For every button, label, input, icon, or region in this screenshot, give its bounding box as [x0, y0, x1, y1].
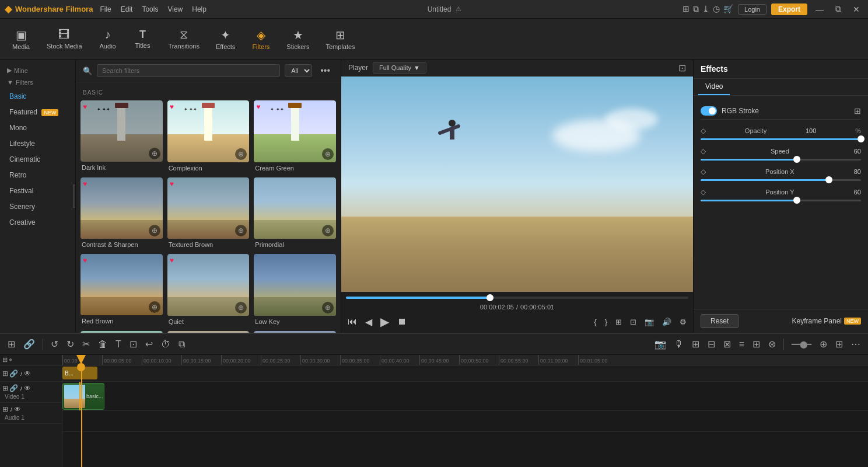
heart-contrast[interactable]: ♥	[83, 180, 87, 188]
track-magnet-icon[interactable]: ⊞	[2, 356, 8, 364]
sidebar-item-lifestyle[interactable]: Lifestyle	[2, 136, 73, 151]
filter-all-dropdown[interactable]: All	[285, 64, 312, 77]
timeline-text-button[interactable]: T	[113, 337, 124, 351]
filter-card-red-brown[interactable]: ♥ ⊕ Red Brown	[80, 254, 163, 326]
download-low-key[interactable]: ⊕	[322, 302, 334, 313]
heart-red-brown[interactable]: ♥	[83, 256, 87, 264]
monitor-button[interactable]: ⊡	[628, 316, 638, 328]
maximize-button[interactable]: ⧉	[832, 3, 845, 15]
snapshot-button[interactable]: 📷	[643, 316, 656, 328]
filter-card-quiet[interactable]: ♥ ⊕ Quiet	[167, 254, 250, 326]
mark-in-button[interactable]: {	[592, 316, 598, 328]
stop-button[interactable]: ⏹	[396, 315, 408, 329]
timeline-thumb-button[interactable]: ⊠	[720, 337, 734, 351]
sidebar-mine-header[interactable]: ▶ Mine	[0, 64, 75, 76]
timeline-delete-button[interactable]: 🗑	[95, 337, 110, 351]
toolbar-filters[interactable]: ◈ Filters	[244, 25, 277, 54]
sidebar-filters-header[interactable]: ▼ Filters	[0, 76, 75, 88]
play-button[interactable]: ▶	[379, 313, 391, 330]
settings-button[interactable]: ⚙	[678, 316, 688, 328]
position-y-slider[interactable]	[701, 200, 861, 201]
filter-card-more2[interactable]	[167, 331, 250, 333]
timeline-redo-button[interactable]: ↻	[64, 337, 77, 351]
filter-track-link-icon[interactable]: 🔗	[9, 370, 18, 378]
audio1-eye-icon[interactable]: 👁	[14, 405, 21, 413]
download-complexion[interactable]: ⊕	[235, 148, 247, 160]
menu-file[interactable]: File	[100, 5, 111, 13]
toolbar-icon-4[interactable]: ◷	[713, 4, 720, 14]
search-filters-input[interactable]	[97, 64, 280, 77]
audio1-volume-icon[interactable]: ♪	[9, 405, 13, 413]
heart-quiet[interactable]: ♥	[170, 256, 174, 264]
project-title[interactable]: Untitled	[428, 5, 452, 13]
filter-card-more3[interactable]	[254, 331, 336, 333]
menu-help[interactable]: Help	[192, 5, 206, 13]
step-back-button[interactable]: ◀	[363, 315, 374, 329]
timeline-crop-button[interactable]: ⊡	[127, 337, 140, 351]
filter-track-eye-icon[interactable]: 👁	[24, 370, 31, 378]
download-cream-green[interactable]: ⊕	[322, 148, 334, 160]
timeline-add-track-button[interactable]: ⊕	[817, 337, 830, 351]
heart-cream-green[interactable]: ♥	[256, 103, 260, 111]
sidebar-item-creative[interactable]: Creative	[2, 215, 73, 230]
toolbar-effects[interactable]: ✦ Effects	[209, 25, 242, 54]
video1-volume-icon[interactable]: ♪	[19, 384, 23, 392]
filter-more-button[interactable]: •••	[317, 64, 334, 77]
keyframe-panel-button[interactable]: Keyframe Panel NEW	[792, 317, 861, 325]
filter-card-primordial[interactable]: ⊕ Primordial	[254, 177, 336, 250]
timeline-undo-button[interactable]: ↺	[48, 337, 61, 351]
filter-track-add-icon[interactable]: ⊞	[2, 370, 8, 378]
effects-tab-video[interactable]: Video	[698, 79, 730, 95]
toolbar-icon-1[interactable]: ⊞	[682, 4, 690, 14]
minimize-button[interactable]: —	[812, 4, 827, 15]
timeline-layout-button[interactable]: ⊞	[832, 337, 846, 351]
filter-card-complexion[interactable]: ✦ ✦✦ ♥ ⊕ Complexion	[167, 100, 250, 173]
menu-view[interactable]: View	[167, 5, 183, 13]
menu-edit[interactable]: Edit	[121, 5, 133, 13]
volume-button[interactable]: 🔊	[660, 316, 673, 328]
toolbar-audio[interactable]: ♪ Audio	[92, 25, 124, 53]
close-button[interactable]: ✕	[849, 4, 863, 15]
timeline-track-button[interactable]: ≡	[736, 337, 747, 351]
timeline-loop-button[interactable]: ↩	[142, 337, 156, 351]
timeline-add-button[interactable]: ⊞	[5, 337, 18, 351]
opacity-slider[interactable]	[701, 138, 861, 140]
toolbar-icon-2[interactable]: ⧉	[693, 4, 699, 14]
fullscreen-button[interactable]: ⊡	[678, 62, 686, 74]
menu-tools[interactable]: Tools	[142, 5, 158, 13]
sidebar-item-scenery[interactable]: Scenery	[2, 199, 73, 214]
toolbar-transitions[interactable]: ⧖ Transitions	[162, 25, 206, 53]
timeline-split-button[interactable]: ⧉	[176, 337, 188, 351]
speed-keyframe-icon[interactable]: ◇	[701, 147, 706, 155]
toolbar-icon-3[interactable]: ⤓	[702, 4, 709, 14]
heart-complexion[interactable]: ♥	[170, 103, 174, 111]
preview-timeline-bar[interactable]	[346, 297, 688, 299]
video1-link-icon[interactable]: 🔗	[9, 384, 18, 392]
sidebar-item-festival[interactable]: Festival	[2, 183, 73, 198]
toolbar-stickers[interactable]: ★ Stickers	[279, 25, 316, 54]
toolbar-titles[interactable]: T Titles	[127, 25, 159, 53]
timeline-zoom-slider[interactable]: ━━⬤━	[789, 339, 814, 350]
add-marker-button[interactable]: ⊞	[614, 316, 624, 328]
video-clip[interactable]: basic...	[62, 383, 104, 410]
toolbar-icon-5[interactable]: 🛒	[723, 4, 733, 14]
filter-card-dark-ink[interactable]: ✦ ✦✦ ♥ ⊕ Dark Ink	[80, 100, 163, 173]
filter-card-contrast[interactable]: ♥ ⊕ Contrast & Sharpen	[80, 177, 163, 250]
timeline-clock-button[interactable]: ⏱	[158, 337, 173, 351]
timeline-split2-button[interactable]: ⊞	[689, 337, 702, 351]
timeline-handle[interactable]	[487, 294, 494, 301]
timeline-mic-button[interactable]: 🎙	[671, 337, 687, 351]
quality-button[interactable]: Full Quality ▼	[373, 62, 426, 74]
video1-add-icon[interactable]: ⊞	[2, 384, 8, 392]
timeline-link-button[interactable]: 🔗	[20, 337, 38, 351]
reset-button[interactable]: Reset	[701, 314, 738, 328]
login-button[interactable]: Login	[738, 4, 766, 15]
download-contrast[interactable]: ⊕	[149, 225, 160, 236]
skip-back-button[interactable]: ⏮	[346, 315, 359, 329]
filter-track-volume-icon[interactable]: ♪	[19, 370, 23, 378]
sidebar-item-featured[interactable]: Featured NEW	[2, 104, 73, 120]
opacity-slider-thumb[interactable]	[858, 135, 864, 142]
speed-slider-thumb[interactable]	[793, 156, 800, 163]
timeline-camera-button[interactable]: 📷	[652, 337, 669, 351]
position-x-slider-thumb[interactable]	[825, 176, 832, 183]
